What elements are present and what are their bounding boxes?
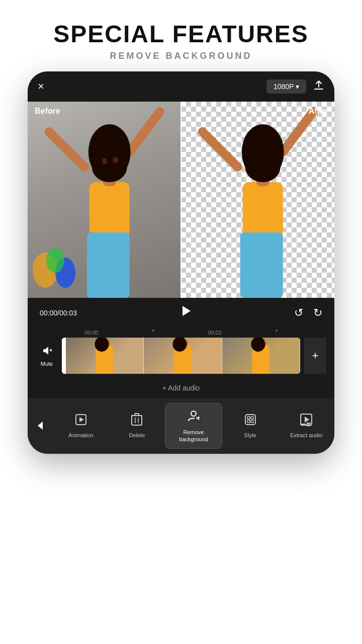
video-preview: Before After (28, 102, 334, 298)
mute-label: Mute (41, 361, 53, 367)
add-audio-button[interactable]: + Add audio (162, 384, 200, 392)
back-button[interactable] (28, 420, 53, 431)
toolbar-item-extract-audio[interactable]: Extract audio (278, 408, 334, 443)
svg-rect-42 (251, 420, 253, 423)
back-icon (35, 420, 46, 431)
style-label: Style (244, 432, 256, 438)
svg-line-4 (49, 132, 84, 167)
svg-rect-41 (247, 420, 250, 423)
before-after-divider (180, 102, 182, 298)
person-after-figure (181, 102, 334, 298)
svg-point-12 (102, 158, 107, 164)
clips-strip[interactable] (62, 338, 300, 374)
person-before-figure (28, 102, 181, 298)
svg-marker-25 (38, 422, 43, 430)
playback-controls: 00:00/00:03 ↺ ↻ (28, 298, 334, 328)
svg-marker-27 (79, 417, 84, 422)
svg-rect-39 (247, 417, 250, 419)
undo-button[interactable]: ↺ (294, 306, 303, 319)
animation-label: Animation (68, 432, 93, 438)
clip-thumb-1[interactable] (66, 338, 144, 374)
timeline-dot-2 (276, 330, 278, 332)
timeline-time-mid: 00:02 (208, 330, 222, 336)
toolbar-item-delete[interactable]: Delete (109, 408, 165, 443)
svg-line-15 (283, 112, 313, 152)
after-preview: After (181, 102, 334, 298)
svg-line-5 (130, 112, 160, 152)
mute-icon (41, 345, 52, 359)
svg-point-13 (113, 157, 118, 163)
upload-icon (313, 80, 324, 91)
quality-button[interactable]: 1080P ▾ (266, 79, 306, 94)
header-section: SPECIAL FEATURES REMOVE BACKGROUND (0, 0, 362, 71)
close-button[interactable]: × (38, 80, 44, 93)
bottom-toolbar: Animation Delete (28, 398, 334, 454)
svg-rect-17 (240, 232, 283, 298)
svg-marker-44 (305, 417, 309, 423)
timeline-time-start: 00:00 (84, 330, 99, 336)
style-icon (244, 413, 257, 429)
svg-point-37 (198, 417, 200, 419)
play-icon (178, 304, 193, 318)
svg-point-33 (191, 411, 196, 416)
extract-audio-label: Extract audio (290, 432, 322, 438)
play-button[interactable] (178, 304, 193, 321)
time-display: 00:00/00:03 (40, 309, 77, 317)
svg-rect-30 (135, 414, 139, 416)
undo-redo-controls: ↺ ↻ (294, 306, 322, 319)
before-label: Before (35, 107, 60, 116)
svg-rect-28 (132, 416, 142, 425)
svg-line-14 (203, 132, 238, 167)
after-label: After (309, 107, 327, 116)
toolbar-item-animation[interactable]: Animation (53, 408, 109, 443)
phone-frame: × 1080P ▾ (28, 71, 334, 454)
add-clip-button[interactable]: + (304, 338, 326, 374)
clip-thumb-2[interactable] (144, 338, 222, 374)
top-bar: × 1080P ▾ (28, 71, 334, 102)
remove-bg-icon (187, 409, 201, 426)
extract-audio-icon (300, 413, 313, 429)
redo-button[interactable]: ↻ (313, 306, 322, 319)
timeline-timestamps: 00:00 00:02 (28, 328, 334, 338)
page-subtitle: REMOVE BACKGROUND (10, 51, 352, 61)
delete-label: Delete (129, 432, 145, 438)
toolbar-item-remove-bg[interactable]: Removebackground (165, 403, 222, 449)
animation-icon (74, 413, 87, 429)
svg-rect-7 (87, 232, 130, 298)
svg-rect-0 (314, 89, 323, 90)
add-audio-row: + Add audio (28, 378, 334, 398)
svg-rect-16 (243, 182, 283, 237)
toolbar-items: Animation Delete (28, 398, 334, 454)
timeline-dot-1 (152, 330, 154, 332)
timeline-track: Mute (28, 338, 334, 374)
playhead (62, 338, 63, 374)
svg-marker-22 (183, 306, 191, 316)
top-right-controls: 1080P ▾ (266, 79, 324, 94)
page-title: SPECIAL FEATURES (10, 20, 352, 48)
upload-button[interactable] (313, 80, 324, 94)
delete-icon (131, 413, 143, 429)
before-preview: Before (28, 102, 181, 298)
clip-thumb-3[interactable] (222, 338, 300, 374)
clips-container (62, 338, 300, 374)
svg-rect-40 (251, 417, 253, 419)
mute-button[interactable]: Mute (36, 345, 58, 367)
toolbar-item-style[interactable]: Style (222, 408, 279, 443)
svg-point-21 (245, 152, 281, 182)
svg-point-11 (92, 152, 127, 182)
timeline: 00:00 00:02 Mute (28, 328, 334, 378)
svg-rect-6 (89, 182, 130, 237)
svg-rect-38 (245, 415, 255, 425)
remove-bg-label: Removebackground (179, 429, 208, 443)
